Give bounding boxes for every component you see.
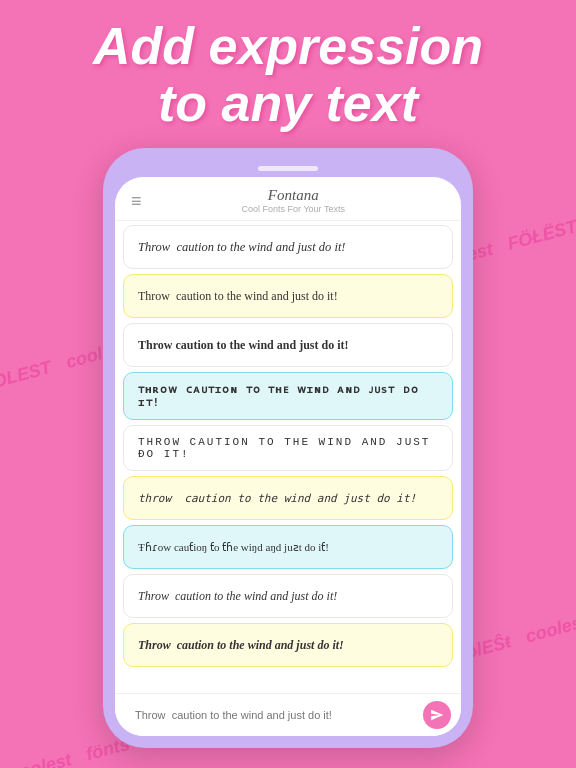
font-item-9[interactable]: Throw caution to the wind and just do it… <box>123 623 453 667</box>
font-text-1: Throw caution to the wind and just do it… <box>138 240 346 255</box>
send-button[interactable] <box>423 701 451 729</box>
phone-inner: ≡ Fontana Cool Fonts For Your Texts Thro… <box>115 177 461 736</box>
font-text-3: Throw caution to the wind and just do it… <box>138 338 348 353</box>
font-text-8: Throw caution to the wind and just do it… <box>138 589 337 604</box>
menu-icon[interactable]: ≡ <box>131 192 142 210</box>
font-item-4[interactable]: ᴛʜʀᴏᴡ ᴄᴀᴜᴛɪᴏɴ ᴛᴏ ᴛʜᴇ ᴡɪɴᴅ ᴀɴᴅ ᴊᴜsᴛ ᴅᴏ ɪᴛ… <box>123 372 453 420</box>
font-text-7: Ŧɦɾow cauƭioŋ ƭo ƭɦe wiŋd aŋd juƨt do iƭ… <box>138 541 329 554</box>
phone-notch-bar <box>115 166 461 171</box>
send-icon <box>430 708 444 722</box>
app-subtitle: Cool Fonts For Your Texts <box>142 204 445 214</box>
font-text-4: ᴛʜʀᴏᴡ ᴄᴀᴜᴛɪᴏɴ ᴛᴏ ᴛʜᴇ ᴡɪɴᴅ ᴀɴᴅ ᴊᴜsᴛ ᴅᴏ ɪᴛ… <box>138 383 438 409</box>
font-item-5[interactable]: THROW CAUTION TO THE WIND AND JUST ÐO IT… <box>123 425 453 471</box>
text-input[interactable] <box>125 703 415 727</box>
phone-mockup: ≡ Fontana Cool Fonts For Your Texts Thro… <box>103 148 473 748</box>
font-item-6[interactable]: throw caution to the wind and just do it… <box>123 476 453 520</box>
app-header-center: Fontana Cool Fonts For Your Texts <box>142 187 445 214</box>
font-text-6: throw caution to the wind and just do it… <box>138 492 416 505</box>
font-text-5: THROW CAUTION TO THE WIND AND JUST ÐO IT… <box>138 436 438 460</box>
font-list: Throw caution to the wind and just do it… <box>115 221 461 693</box>
font-item-2[interactable]: Throw caution to the wind and just do it… <box>123 274 453 318</box>
font-item-3[interactable]: Throw caution to the wind and just do it… <box>123 323 453 367</box>
font-item-1[interactable]: Throw caution to the wind and just do it… <box>123 225 453 269</box>
font-text-9: Throw caution to the wind and just do it… <box>138 638 344 653</box>
font-item-7[interactable]: Ŧɦɾow cauƭioŋ ƭo ƭɦe wiŋd aŋd juƨt do iƭ… <box>123 525 453 569</box>
page-header: Add expression to any text <box>0 18 576 132</box>
font-text-2: Throw caution to the wind and just do it… <box>138 289 338 304</box>
app-title: Fontana <box>142 187 445 204</box>
header-title: Add expression to any text <box>0 18 576 132</box>
bottom-input-bar <box>115 693 461 736</box>
app-header: ≡ Fontana Cool Fonts For Your Texts <box>115 177 461 221</box>
phone-notch <box>258 166 318 171</box>
font-item-8[interactable]: Throw caution to the wind and just do it… <box>123 574 453 618</box>
